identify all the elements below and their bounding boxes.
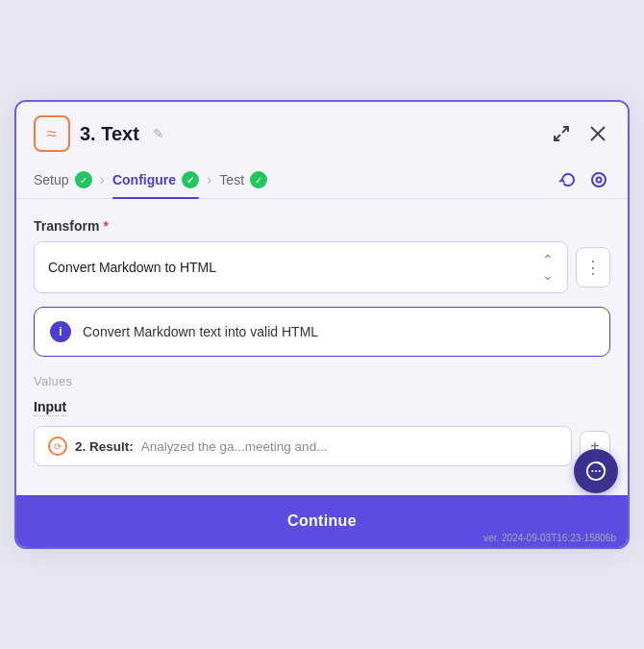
transform-menu-button[interactable]: ⋮ (576, 247, 610, 287)
input-pill[interactable]: ⟳ 2. Result: Analyzed the ga...meeting a… (34, 426, 572, 466)
svg-point-4 (592, 173, 606, 187)
tab-configure-label: Configure (112, 172, 176, 187)
tab-configure[interactable]: Configure ✓ (112, 162, 199, 198)
input-row: ⟳ 2. Result: Analyzed the ga...meeting a… (34, 426, 610, 466)
modal-header: ≈ 3. Text ✎ (16, 102, 628, 162)
tab-separator-1: › (100, 171, 105, 188)
refresh-button[interactable] (557, 168, 580, 191)
header-right (549, 121, 610, 146)
values-section: Values Input ⟳ 2. Result: Analyzed the g… (34, 374, 610, 466)
svg-point-9 (599, 470, 601, 472)
modal-footer: Continue ver. 2024-09-03T16:23-15806b (16, 495, 628, 547)
pill-result-value: Analyzed the ga...meeting and... (141, 439, 328, 454)
tabs-bar: Setup ✓ › Configure ✓ › Test ✓ (16, 162, 628, 199)
tab-test-label: Test (219, 172, 244, 187)
svg-point-5 (597, 178, 602, 183)
version-text: ver. 2024-09-03T16:23-15806b (483, 533, 616, 543)
transform-field-label: Transform * (34, 218, 610, 234)
search-mode-button[interactable] (587, 168, 610, 191)
header-left: ≈ 3. Text ✎ (34, 115, 164, 152)
tab-setup-label: Setup (34, 172, 69, 187)
edit-icon[interactable]: ✎ (153, 126, 164, 141)
input-field-label: Input (34, 399, 66, 416)
input-field-wrapper: Input ⟳ 2. Result: Analyzed the ga...mee… (34, 398, 610, 466)
tab-setup[interactable]: Setup ✓ (34, 162, 92, 198)
svg-point-8 (595, 470, 597, 472)
pill-result-label: 2. Result: (75, 439, 134, 454)
chevron-updown-icon: ⌃⌄ (542, 252, 554, 283)
transform-select-row: Convert Markdown to HTML ⌃⌄ ⋮ (34, 241, 610, 293)
tab-configure-check: ✓ (182, 171, 199, 188)
modal-body: Transform * Convert Markdown to HTML ⌃⌄ … (16, 199, 628, 495)
info-box: i Convert Markdown text into valid HTML (34, 307, 610, 357)
transform-select[interactable]: Convert Markdown to HTML ⌃⌄ (34, 241, 568, 293)
tab-actions (557, 168, 610, 191)
tab-setup-check: ✓ (75, 171, 92, 188)
modal-title: 3. Text (80, 123, 139, 145)
values-section-label: Values (34, 374, 610, 388)
close-button[interactable] (585, 121, 610, 146)
transform-select-value: Convert Markdown to HTML (48, 260, 216, 275)
info-icon: i (50, 321, 71, 342)
tab-test-check: ✓ (250, 171, 267, 188)
chat-fab-button[interactable] (574, 449, 618, 493)
svg-point-7 (591, 470, 593, 472)
required-star: * (103, 218, 108, 234)
result-node-icon: ⟳ (48, 437, 67, 456)
dots-vertical-icon: ⋮ (584, 257, 602, 278)
node-icon: ≈ (34, 115, 70, 152)
modal-container: ≈ 3. Text ✎ Set (14, 100, 630, 549)
tab-test[interactable]: Test ✓ (219, 162, 267, 198)
info-text: Convert Markdown text into valid HTML (83, 324, 318, 339)
expand-button[interactable] (549, 121, 574, 146)
tab-separator-2: › (207, 171, 211, 188)
